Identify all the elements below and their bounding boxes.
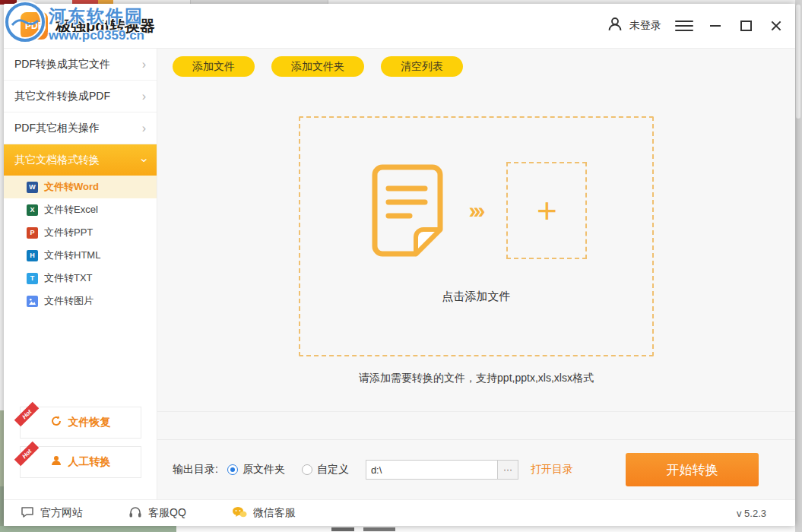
person-icon — [50, 454, 62, 470]
add-file-target[interactable]: + — [506, 162, 587, 259]
footer-label: 客服QQ — [148, 506, 186, 520]
radio-original-folder-label[interactable]: 原文件夹 — [243, 463, 285, 477]
supported-formats-note: 请添加需要转换的文件，支持ppt,pptx,xls,xlsx格式 — [157, 372, 795, 385]
output-bar: 输出目录: 原文件夹 自定义 ··· 打开目录 开始转换 — [157, 439, 795, 499]
background-fragment — [331, 527, 354, 531]
chevron-right-icon: › — [142, 59, 146, 71]
file-recovery-button[interactable]: Hot 文件恢复 — [20, 407, 141, 439]
sidebar-item-pdf-operations[interactable]: PDF其它相关操作 › — [4, 112, 157, 144]
output-path-input[interactable] — [366, 460, 498, 480]
file-drop-zone[interactable]: ››› + 点击添加文件 — [299, 116, 654, 356]
promo-label: 文件恢复 — [68, 416, 111, 429]
drop-zone-graphic: ››› + — [366, 162, 588, 259]
sidebar-item-file-to-excel[interactable]: X 文件转Excel — [4, 198, 157, 221]
toolbar: 添加文件 添加文件夹 清空列表 — [173, 56, 795, 77]
sidebar-item-file-to-word[interactable]: W 文件转Word — [4, 176, 157, 198]
sidebar-item-label: 文件转HTML — [44, 249, 100, 262]
sidebar-item-other-doc-convert[interactable]: 其它文档格式转换 › — [4, 144, 157, 176]
close-button[interactable] — [768, 17, 785, 34]
app-window: PDF 极强pdf转换器 未登录 PDF转换成其它文件 › — [4, 4, 795, 526]
sidebar-item-file-to-txt[interactable]: T 文件转TXT — [4, 267, 157, 290]
start-convert-button[interactable]: 开始转换 — [626, 453, 759, 486]
chevron-right-icon: › — [142, 122, 146, 135]
recovery-icon — [50, 415, 62, 430]
footer-label: 官方网站 — [40, 506, 83, 520]
app-logo-text: PDF — [25, 21, 43, 31]
sidebar-item-label: 文件转TXT — [44, 271, 93, 285]
sidebar-item-file-to-html[interactable]: H 文件转HTML — [4, 244, 157, 267]
chevron-right-icon: › — [142, 90, 146, 103]
menu-icon[interactable] — [675, 21, 693, 31]
background-fragment — [0, 526, 176, 532]
qq-support-link[interactable]: 客服QQ — [128, 506, 186, 521]
add-folder-button[interactable]: 添加文件夹 — [271, 56, 364, 77]
html-icon: H — [27, 250, 38, 261]
background-fragment — [176, 526, 802, 532]
manual-convert-button[interactable]: Hot 人工转换 — [20, 446, 141, 478]
ppt-icon: P — [27, 227, 38, 239]
word-icon: W — [27, 182, 38, 193]
background-scrollbar-thumb[interactable] — [796, 5, 800, 119]
login-status[interactable]: 未登录 — [629, 19, 661, 33]
footer: 官方网站 客服QQ 微信客服 v 5.2.3 — [4, 499, 795, 526]
arrows-right-icon: ››› — [469, 199, 487, 222]
nav-group-label: 其它文件转换成PDF — [14, 90, 110, 103]
nav-group-label: PDF转换成其它文件 — [14, 58, 110, 71]
sidebar: PDF转换成其它文件 › 其它文件转换成PDF › PDF其它相关操作 › 其它… — [4, 49, 157, 499]
window-body: PDF转换成其它文件 › 其它文件转换成PDF › PDF其它相关操作 › 其它… — [4, 49, 795, 499]
desktop: PDF 极强pdf转换器 未登录 PDF转换成其它文件 › — [0, 0, 802, 532]
sidebar-item-label: 文件转Excel — [44, 203, 98, 217]
sidebar-promos: Hot 文件恢复 Hot 人工转换 — [4, 407, 157, 486]
sidebar-item-file-to-ppt[interactable]: P 文件转PPT — [4, 221, 157, 244]
nav-group-label: PDF其它相关操作 — [14, 122, 100, 135]
wechat-icon — [232, 506, 247, 521]
promo-label: 人工转换 — [68, 455, 111, 469]
drop-zone-hint: 点击添加文件 — [442, 290, 511, 304]
radio-original-folder[interactable] — [227, 464, 238, 475]
sidebar-item-file-to-image[interactable]: 文件转图片 — [4, 290, 157, 312]
sidebar-item-label: 文件转Word — [44, 180, 99, 194]
user-icon — [607, 16, 623, 36]
sidebar-item-other-to-pdf[interactable]: 其它文件转换成PDF › — [4, 81, 157, 112]
header-controls: 未登录 — [607, 16, 785, 36]
chat-bubble-icon — [21, 506, 34, 521]
background-fragment — [363, 527, 395, 531]
app-title: 极强pdf转换器 — [55, 16, 155, 36]
main-panel: 添加文件 添加文件夹 清空列表 ››› — [157, 49, 795, 499]
sidebar-spacer — [4, 312, 157, 407]
minimize-button[interactable] — [707, 17, 724, 34]
app-logo: PDF — [21, 12, 48, 40]
divider — [157, 411, 795, 412]
add-file-button[interactable]: 添加文件 — [173, 56, 255, 77]
txt-icon: T — [27, 273, 38, 284]
document-icon — [366, 163, 449, 258]
chevron-down-icon: › — [138, 158, 150, 162]
clear-list-button[interactable]: 清空列表 — [381, 56, 463, 77]
version-label: v 5.2.3 — [737, 508, 766, 519]
sidebar-item-pdf-to-other[interactable]: PDF转换成其它文件 › — [4, 49, 157, 81]
hot-badge: Hot — [14, 442, 39, 467]
maximize-button[interactable] — [737, 17, 754, 34]
sidebar-item-label: 文件转PPT — [44, 226, 93, 239]
plus-icon: + — [537, 193, 557, 228]
open-directory-link[interactable]: 打开目录 — [531, 463, 573, 477]
footer-label: 微信客服 — [253, 506, 296, 520]
output-dir-label: 输出目录: — [173, 463, 218, 477]
headset-icon — [128, 506, 142, 521]
radio-custom-folder[interactable] — [302, 464, 312, 475]
radio-custom-folder-label[interactable]: 自定义 — [317, 463, 349, 477]
title-bar: PDF 极强pdf转换器 未登录 — [4, 4, 795, 49]
nav-group-label: 其它文档格式转换 — [14, 154, 100, 167]
image-icon — [27, 296, 38, 307]
excel-icon: X — [27, 204, 38, 216]
browse-button[interactable]: ··· — [497, 460, 518, 480]
official-site-link[interactable]: 官方网站 — [21, 506, 83, 521]
sidebar-item-label: 文件转图片 — [44, 294, 94, 308]
wechat-support-link[interactable]: 微信客服 — [232, 506, 296, 521]
